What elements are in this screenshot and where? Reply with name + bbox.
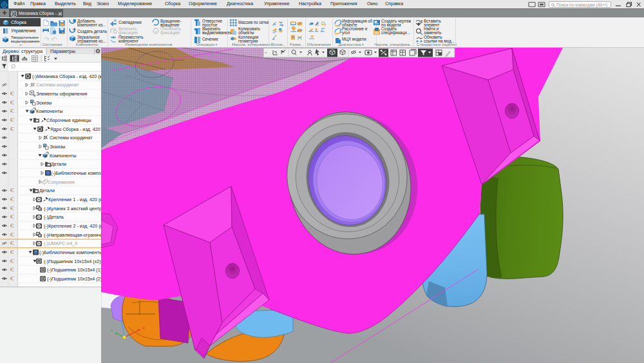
svg-text:Є: Є <box>10 275 14 282</box>
svg-text:Эскизы: Эскизы <box>50 144 65 150</box>
svg-text:Є: Є <box>10 187 14 193</box>
svg-text:Детали: Детали <box>39 188 55 193</box>
svg-text:Є: Є <box>10 108 14 114</box>
svg-text:Эскизы: Эскизы <box>36 100 52 106</box>
svg-text:Системы координат: Системы координат <box>50 135 93 141</box>
svg-text:X: X <box>142 326 145 330</box>
svg-text:Дерево: структура: Дерево: структура <box>3 48 43 54</box>
svg-text:Параметры: Параметры <box>50 48 75 54</box>
svg-text:Є: Є <box>10 117 14 123</box>
svg-text:Є: Є <box>10 126 14 132</box>
svg-text:Компоненты: Компоненты <box>50 153 76 159</box>
svg-text:Сборочные единицы: Сборочные единицы <box>46 117 91 123</box>
svg-text:Є: Є <box>10 205 14 211</box>
svg-text:Крепление 1 - изд. 420 (компа: Крепление 1 - изд. 420 (компа <box>48 197 102 202</box>
svg-text:Є: Є <box>10 222 14 229</box>
svg-text:Сопряжения: Сопряжения <box>48 179 75 185</box>
svg-text:Детали: Детали <box>51 161 66 167</box>
svg-text:Є: Є <box>10 240 14 246</box>
svg-text:Є: Є <box>10 266 14 273</box>
svg-text:(-)UMAPC-V4_0: (-)UMAPC-V4_0 <box>44 240 77 246</box>
svg-text:Є: Є <box>10 231 14 238</box>
svg-text:(-)Кулачек 3 жесткий центр - и: (-)Кулачек 3 жесткий центр - из <box>44 206 102 211</box>
svg-text:Системы координат: Системы координат <box>36 82 79 88</box>
svg-text:(-)Подшипник 10х15х4 (х2): (-)Подшипник 10х15х4 (х2) <box>44 259 101 264</box>
svg-text:Y: Y <box>110 329 113 333</box>
svg-text:Элементы оформления: Элементы оформления <box>36 91 88 97</box>
svg-text:Є: Є <box>10 99 14 106</box>
svg-text:Z: Z <box>120 315 122 319</box>
svg-text:(-)Крепление 2 - изд. 420 (ком: (-)Крепление 2 - изд. 420 (комп <box>44 223 102 229</box>
svg-text:(-)Деталь: (-)Деталь <box>44 214 64 220</box>
svg-text:Є: Є <box>10 213 14 220</box>
svg-text:(-)Библиотечные компонен: (-)Библиотечные компонен <box>51 170 102 176</box>
svg-text:Є: Є <box>10 258 14 264</box>
svg-text:(-)Библиотечные компоненты: (-)Библиотечные компоненты <box>39 250 102 255</box>
svg-text:(-)Направляющая-ограничител: (-)Направляющая-ограничител <box>44 232 102 238</box>
svg-text:Є: Є <box>10 249 14 255</box>
svg-text:(-)Механика Сборка - изд. 420: (-)Механика Сборка - изд. 420 (компа <box>32 74 102 79</box>
svg-text:Компоненты: Компоненты <box>36 108 62 114</box>
svg-text:(-)Подшипник 10х15х4 (1): (-)Подшипник 10х15х4 (1) <box>47 267 102 273</box>
svg-text:Є: Є <box>10 90 14 97</box>
svg-text:Є: Є <box>10 196 14 202</box>
svg-text:Ядро Сборка - изд. 420 (комп: Ядро Сборка - изд. 420 (комп <box>50 126 102 132</box>
svg-text:(-)Подшипник 10х15х4 (2): (-)Подшипник 10х15х4 (2) <box>47 276 102 282</box>
